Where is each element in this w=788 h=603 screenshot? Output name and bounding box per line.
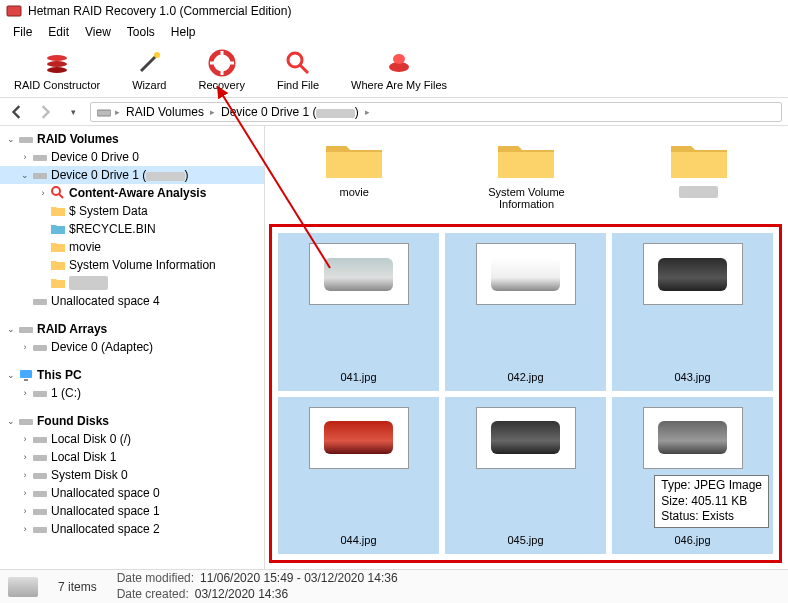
tree-sd0[interactable]: ›System Disk 0 bbox=[0, 466, 264, 484]
magnifier-icon bbox=[50, 186, 65, 200]
tree-ld0[interactable]: ›Local Disk 0 (/) bbox=[0, 430, 264, 448]
wizard-button[interactable]: Wizard bbox=[126, 47, 172, 93]
chevron-right-icon[interactable]: › bbox=[18, 488, 32, 498]
tree-uas0[interactable]: ›Unallocated space 0 bbox=[0, 484, 264, 502]
tooltip-line: Type: JPEG Image bbox=[661, 478, 762, 494]
redacted-text bbox=[679, 186, 718, 198]
chevron-right-icon[interactable]: › bbox=[18, 434, 32, 444]
breadcrumb[interactable]: ▸ RAID Volumes ▸ Device 0 Drive 1 ( ) ▸ bbox=[90, 102, 782, 122]
menu-help[interactable]: Help bbox=[164, 23, 203, 41]
menu-tools[interactable]: Tools bbox=[120, 23, 162, 41]
where-are-my-files-button[interactable]: Where Are My Files bbox=[345, 47, 453, 93]
chevron-right-icon[interactable]: › bbox=[18, 342, 32, 352]
tree-system-data[interactable]: · $ System Data bbox=[0, 202, 264, 220]
svg-rect-16 bbox=[19, 137, 33, 143]
thumbnail-044[interactable]: 044.jpg bbox=[278, 397, 439, 555]
tree-device0drive0[interactable]: › Device 0 Drive 0 bbox=[0, 148, 264, 166]
tree-uas1[interactable]: ›Unallocated space 1 bbox=[0, 502, 264, 520]
content-pane[interactable]: movie System Volume Information 041.jpg bbox=[265, 126, 788, 569]
tree-label: Local Disk 1 bbox=[51, 450, 116, 464]
window-title: Hetman RAID Recovery 1.0 (Commercial Edi… bbox=[28, 4, 291, 18]
thumbnail-046[interactable]: 046.jpg Type: JPEG Image Size: 405.11 KB… bbox=[612, 397, 773, 555]
svg-rect-21 bbox=[33, 299, 47, 305]
folder-icon bbox=[669, 136, 729, 182]
tree-this-pc[interactable]: ⌄ This PC bbox=[0, 366, 264, 384]
tree-redacted-folder[interactable]: · bbox=[0, 274, 264, 292]
tree-uas2[interactable]: ›Unallocated space 2 bbox=[0, 520, 264, 538]
status-item-count: 7 items bbox=[58, 580, 97, 594]
crumb-raid-volumes[interactable]: RAID Volumes bbox=[124, 105, 206, 119]
tree-label: Local Disk 0 (/) bbox=[51, 432, 131, 446]
tree-raid-arrays[interactable]: ⌄ RAID Arrays bbox=[0, 320, 264, 338]
status-label: Date created: bbox=[117, 587, 189, 603]
svg-point-5 bbox=[154, 52, 160, 58]
chevron-down-icon[interactable]: ⌄ bbox=[18, 170, 32, 180]
svg-rect-32 bbox=[33, 509, 47, 515]
tooltip-line: Status: Exists bbox=[661, 509, 762, 525]
thumbnail-041[interactable]: 041.jpg bbox=[278, 233, 439, 391]
tree-ld1[interactable]: ›Local Disk 1 bbox=[0, 448, 264, 466]
crumb-device0drive1[interactable]: Device 0 Drive 1 ( ) bbox=[219, 105, 361, 119]
thumbnail-label: 046.jpg bbox=[674, 534, 710, 546]
tree-label: This PC bbox=[37, 368, 82, 382]
tree-label: RAID Volumes bbox=[37, 132, 119, 146]
thumbnail-label: 045.jpg bbox=[507, 534, 543, 546]
image-thumbnail bbox=[476, 243, 576, 305]
tree-found-disks[interactable]: ⌄ Found Disks bbox=[0, 412, 264, 430]
folder-redacted[interactable] bbox=[638, 136, 760, 210]
chevron-down-icon[interactable]: ⌄ bbox=[4, 324, 18, 334]
recovery-button[interactable]: Recovery bbox=[192, 47, 250, 93]
chevron-right-icon[interactable]: › bbox=[18, 452, 32, 462]
menu-view[interactable]: View bbox=[78, 23, 118, 41]
menu-edit[interactable]: Edit bbox=[41, 23, 76, 41]
chevron-down-icon[interactable]: ⌄ bbox=[4, 134, 18, 144]
thumbnail-045[interactable]: 045.jpg bbox=[445, 397, 606, 555]
tree-label: $ System Data bbox=[69, 204, 148, 218]
drive-icon bbox=[18, 322, 33, 336]
app-icon bbox=[6, 3, 22, 19]
chevron-right-icon[interactable]: › bbox=[36, 188, 50, 198]
svg-rect-28 bbox=[33, 437, 47, 443]
tree-svi[interactable]: · System Volume Information bbox=[0, 256, 264, 274]
tree-device0-adaptec[interactable]: › Device 0 (Adaptec) bbox=[0, 338, 264, 356]
status-dates: Date modified:11/06/2020 15:49 - 03/12/2… bbox=[117, 571, 398, 602]
thumbnail-043[interactable]: 043.jpg bbox=[612, 233, 773, 391]
tree-content-aware[interactable]: › Content-Aware Analysis bbox=[0, 184, 264, 202]
chevron-right-icon: ▸ bbox=[115, 107, 120, 117]
chevron-down-icon[interactable]: ⌄ bbox=[4, 416, 18, 426]
recovery-label: Recovery bbox=[198, 79, 244, 91]
folder-svi[interactable]: System Volume Information bbox=[465, 136, 587, 210]
tree-drive-c[interactable]: › 1 (C:) bbox=[0, 384, 264, 402]
raid-constructor-button[interactable]: RAID Constructor bbox=[8, 47, 106, 93]
tree-label: System Volume Information bbox=[69, 258, 216, 272]
tree-raid-volumes[interactable]: ⌄ RAID Volumes bbox=[0, 130, 264, 148]
chevron-right-icon[interactable]: › bbox=[18, 470, 32, 480]
svg-rect-27 bbox=[19, 419, 33, 425]
chevron-down-icon[interactable]: ⌄ bbox=[4, 370, 18, 380]
nav-forward-button[interactable] bbox=[34, 102, 56, 122]
tree-movie[interactable]: · movie bbox=[0, 238, 264, 256]
drive-icon bbox=[32, 294, 47, 308]
menu-file[interactable]: File bbox=[6, 23, 39, 41]
file-tooltip: Type: JPEG Image Size: 405.11 KB Status:… bbox=[654, 475, 769, 528]
nav-back-button[interactable] bbox=[6, 102, 28, 122]
chevron-right-icon[interactable]: › bbox=[18, 152, 32, 162]
folder-icon bbox=[50, 276, 65, 290]
tree-recycle[interactable]: · $RECYCLE.BIN bbox=[0, 220, 264, 238]
tree-unallocated4[interactable]: · Unallocated space 4 bbox=[0, 292, 264, 310]
chevron-right-icon[interactable]: › bbox=[18, 388, 32, 398]
tree-pane[interactable]: ⌄ RAID Volumes › Device 0 Drive 0 ⌄ Devi… bbox=[0, 126, 265, 569]
chevron-right-icon[interactable]: › bbox=[18, 506, 32, 516]
nav-history-dropdown[interactable]: ▾ bbox=[62, 102, 84, 122]
folder-movie[interactable]: movie bbox=[293, 136, 415, 210]
svg-point-3 bbox=[47, 67, 67, 73]
thumbnail-042[interactable]: 042.jpg bbox=[445, 233, 606, 391]
crumb-tail: ) bbox=[355, 105, 359, 119]
tree-label: movie bbox=[69, 240, 101, 254]
tooltip-line: Size: 405.11 KB bbox=[661, 494, 762, 510]
wizard-label: Wizard bbox=[132, 79, 166, 91]
chevron-right-icon[interactable]: › bbox=[18, 524, 32, 534]
tree-device0drive1[interactable]: ⌄ Device 0 Drive 1 ( ) bbox=[0, 166, 264, 184]
find-file-button[interactable]: Find File bbox=[271, 47, 325, 93]
svg-rect-25 bbox=[24, 379, 28, 381]
